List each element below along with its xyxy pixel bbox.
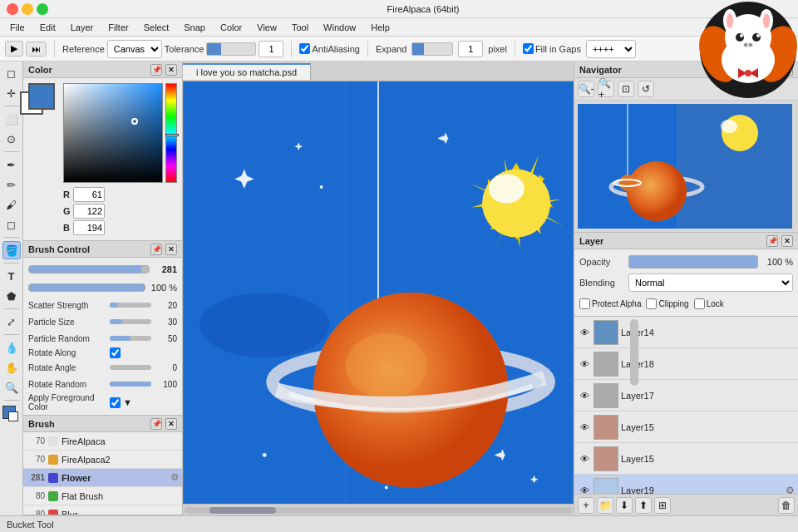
- fill-gaps-select[interactable]: ++++: [586, 40, 636, 58]
- color-gradient-picker[interactable]: [63, 83, 163, 183]
- layer-item[interactable]: 👁 Layer15: [574, 411, 798, 443]
- apply-fg-checkbox[interactable]: [110, 397, 121, 408]
- layer-item[interactable]: 👁 Layer14: [574, 317, 798, 348]
- rotate-along-checkbox[interactable]: [110, 347, 121, 358]
- h-scrollbar-thumb[interactable]: [209, 507, 276, 514]
- more-icon[interactable]: ▼: [123, 397, 132, 407]
- menu-item-help[interactable]: Help: [364, 21, 397, 34]
- layer-visibility[interactable]: 👁: [578, 452, 591, 466]
- expand-slider[interactable]: [411, 42, 453, 56]
- layer-visibility[interactable]: 👁: [578, 326, 591, 339]
- color-panel-header[interactable]: Color 📌 ✕: [23, 62, 182, 78]
- merge-layer-btn[interactable]: ⊞: [654, 497, 671, 514]
- menu-item-snap[interactable]: Snap: [177, 21, 212, 34]
- transform-btn[interactable]: ⤢: [2, 313, 21, 331]
- rect-select-btn[interactable]: ⬜: [2, 110, 21, 128]
- layer-panel-close[interactable]: ✕: [781, 235, 793, 247]
- menu-item-window[interactable]: Window: [317, 21, 362, 34]
- folder-layer-btn[interactable]: 📁: [597, 497, 613, 514]
- close-button[interactable]: [7, 3, 18, 15]
- menu-item-select[interactable]: Select: [137, 21, 176, 34]
- layer-item[interactable]: 👁 Layer17: [574, 380, 798, 411]
- delete-layer-btn[interactable]: 🗑: [778, 497, 795, 514]
- particle-random-slider[interactable]: [110, 336, 151, 341]
- eraser-btn[interactable]: ◻: [2, 215, 21, 234]
- blending-select[interactable]: Normal: [628, 273, 793, 292]
- layer-item[interactable]: 👁 Layer18: [574, 348, 798, 380]
- brush-settings-icon[interactable]: ⚙: [170, 472, 179, 483]
- nav-zoom-in-btn[interactable]: 🔍+: [598, 81, 614, 97]
- menu-item-layer[interactable]: Layer: [64, 21, 101, 34]
- maximize-button[interactable]: [37, 3, 48, 15]
- brush-item[interactable]: 80 Blur: [23, 505, 182, 515]
- particle-size-slider[interactable]: [110, 319, 151, 324]
- brush-item[interactable]: 70 FireAlpaca: [23, 432, 182, 451]
- clipping-checkbox[interactable]: [646, 298, 657, 309]
- brush-item[interactable]: 70 FireAlpaca2: [23, 451, 182, 469]
- brush-size-slider[interactable]: [28, 265, 150, 273]
- brush-control-header[interactable]: Brush Control 📌 ✕: [23, 241, 182, 258]
- layer-settings-icon[interactable]: ⚙: [786, 485, 795, 495]
- g-input[interactable]: [73, 204, 105, 219]
- canvas-viewport[interactable]: [183, 81, 574, 504]
- pen-btn[interactable]: ✒: [2, 155, 21, 174]
- eyedropper-btn[interactable]: 💧: [2, 338, 21, 357]
- brush-list-pin[interactable]: 📌: [150, 418, 162, 430]
- pencil-btn[interactable]: ✏: [2, 175, 21, 194]
- fill-btn[interactable]: 🪣: [2, 241, 21, 259]
- nav-zoom-fit-btn[interactable]: ⊡: [618, 81, 634, 97]
- zoom-btn[interactable]: 🔍: [2, 378, 21, 397]
- text-btn[interactable]: T: [2, 267, 21, 285]
- menu-item-view[interactable]: View: [250, 21, 283, 34]
- expand-input[interactable]: [458, 41, 483, 57]
- layer-panel-pin[interactable]: 📌: [766, 235, 778, 247]
- tolerance-input[interactable]: [259, 41, 283, 57]
- brush-btn[interactable]: 🖌: [2, 195, 21, 214]
- move-tool-btn[interactable]: ✛: [2, 84, 21, 102]
- horizontal-scrollbar[interactable]: [183, 504, 574, 515]
- r-input[interactable]: [73, 187, 105, 202]
- add-layer-btn[interactable]: +: [578, 497, 594, 514]
- brush-control-close[interactable]: ✕: [165, 244, 177, 255]
- canvas-tab-item[interactable]: i love you so matcha.psd: [183, 63, 311, 80]
- fg-color-swatch-tool[interactable]: [2, 406, 21, 424]
- lasso-btn[interactable]: ⊙: [2, 130, 21, 148]
- import-layer-btn[interactable]: ⬇: [616, 497, 633, 514]
- export-layer-btn[interactable]: ⬆: [635, 497, 652, 514]
- menu-item-file[interactable]: File: [3, 21, 32, 34]
- layer-item[interactable]: 👁 Layer15: [574, 443, 798, 475]
- menu-item-edit[interactable]: Edit: [33, 21, 62, 34]
- fill-in-gaps-checkbox[interactable]: [523, 43, 534, 54]
- layer-visibility[interactable]: 👁: [578, 421, 591, 434]
- color-panel-pin[interactable]: 📌: [150, 64, 162, 76]
- navigator-preview[interactable]: [578, 104, 792, 229]
- brush-list-close[interactable]: ✕: [165, 418, 177, 430]
- lock-checkbox[interactable]: [694, 298, 705, 309]
- reference-select[interactable]: Canvas: [107, 40, 162, 58]
- color-panel-close[interactable]: ✕: [165, 64, 177, 76]
- rotate-angle-slider[interactable]: [110, 365, 151, 370]
- color-hue-bar[interactable]: [165, 83, 177, 183]
- brush-list-scrollbar[interactable]: [630, 319, 638, 386]
- brush-control-pin[interactable]: 📌: [150, 244, 162, 255]
- layer-visibility[interactable]: 👁: [578, 484, 591, 495]
- scatter-strength-slider[interactable]: [110, 303, 151, 308]
- hand-btn[interactable]: ✋: [2, 358, 21, 377]
- nav-zoom-out-btn[interactable]: 🔍-: [578, 81, 594, 97]
- layer-item[interactable]: 👁 Layer19 ⚙: [574, 475, 798, 494]
- b-input[interactable]: [73, 220, 105, 235]
- nav-rotate-btn[interactable]: ↺: [638, 81, 654, 97]
- tolerance-slider[interactable]: [206, 42, 256, 56]
- brush-item[interactable]: 281 Flower ⚙: [23, 469, 182, 487]
- brush-item[interactable]: 80 Flat Brush: [23, 487, 182, 505]
- opacity-slider[interactable]: [628, 255, 758, 268]
- layer-visibility[interactable]: 👁: [578, 389, 591, 402]
- brush-list-header[interactable]: Brush 📌 ✕: [23, 416, 182, 432]
- fg-color-swatch[interactable]: [28, 83, 55, 110]
- menu-item-color[interactable]: Color: [214, 21, 249, 34]
- shape-btn[interactable]: ⬟: [2, 287, 21, 305]
- brush-opacity-slider[interactable]: [28, 283, 145, 292]
- rotate-random-slider[interactable]: [110, 382, 151, 387]
- antialiasing-checkbox[interactable]: [299, 43, 310, 54]
- protect-alpha-checkbox[interactable]: [579, 298, 590, 309]
